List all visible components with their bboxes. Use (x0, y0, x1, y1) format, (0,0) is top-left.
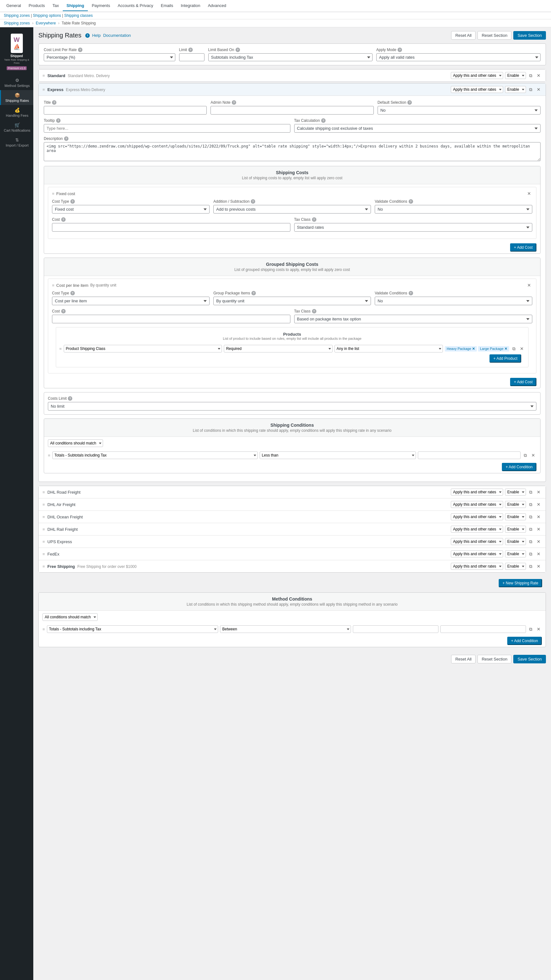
free-shipping-handle[interactable]: ≡ (43, 564, 45, 569)
dhl-air-apply-select[interactable]: Apply this and other rates (451, 501, 503, 508)
fedex-enable-select[interactable]: Enable (505, 550, 526, 557)
tax-class-select[interactable]: Standard rates (294, 223, 533, 232)
free-shipping-apply-select[interactable]: Apply this and other rates (451, 563, 503, 570)
admin-note-input[interactable]: Express Metro Delivery (211, 106, 373, 115)
standard-apply-select[interactable]: Apply this and other rates (451, 72, 503, 79)
subnav-shipping-options[interactable]: Shipping options (33, 13, 61, 18)
breadcrumb-shipping-zones[interactable]: Shipping zones (4, 21, 30, 25)
ups-express-copy[interactable]: ⧉ (528, 538, 534, 545)
dhl-air-copy[interactable]: ⧉ (528, 501, 534, 508)
conditions-match-select[interactable]: All conditions should match (48, 439, 103, 447)
sidebar-item-handling-fees[interactable]: 💰 Handling Fees (0, 105, 33, 120)
nav-advanced[interactable]: Advanced (204, 1, 230, 11)
add-condition-button[interactable]: + Add Condition (502, 463, 537, 471)
limit-based-on-info-icon[interactable]: ? (235, 48, 240, 52)
sidebar-item-shipping-rates[interactable]: 📦 Shipping Rates (0, 90, 33, 105)
subnav-shipping-zones[interactable]: Shipping zones (4, 13, 30, 18)
cond-delete-button[interactable]: ✕ (530, 452, 537, 458)
any-in-list-select[interactable]: Any in the list (335, 345, 443, 352)
standard-drag-handle[interactable]: ≡ (43, 73, 45, 78)
subnav-shipping-classes[interactable]: Shipping classes (64, 13, 92, 18)
costs-limit-select[interactable]: No limit (48, 402, 537, 410)
costs-limit-info[interactable]: ? (68, 396, 72, 401)
tag-heavy-remove[interactable]: ✕ (472, 347, 475, 351)
dhl-ocean-delete[interactable]: ✕ (535, 514, 542, 520)
free-shipping-copy[interactable]: ⧉ (528, 563, 534, 570)
method-cond-handle[interactable]: ≡ (43, 627, 45, 632)
method-cond-val1-input[interactable]: 0 (353, 625, 438, 633)
default-sel-select[interactable]: No (378, 106, 540, 115)
cost-limit-info-icon[interactable]: ? (78, 48, 83, 52)
cond-type-select[interactable]: Totals - Subtotals including Tax (52, 452, 258, 459)
new-shipping-rate-button[interactable]: + New Shipping Rate (499, 579, 542, 587)
fixed-cost-delete[interactable]: ✕ (526, 190, 532, 197)
dhl-road-copy[interactable]: ⧉ (528, 489, 534, 496)
default-sel-info-icon[interactable]: ? (407, 100, 412, 105)
fedex-delete[interactable]: ✕ (535, 551, 542, 557)
dhl-rail-copy[interactable]: ⧉ (528, 526, 534, 533)
nav-integration[interactable]: Integration (177, 1, 204, 11)
help-link[interactable]: Help (92, 33, 101, 38)
cpl-cost-input[interactable]: 2 (52, 315, 291, 323)
reset-section-button[interactable]: Reset Section (478, 31, 511, 40)
apply-mode-info-icon[interactable]: ? (397, 48, 402, 52)
cond-copy-button[interactable]: ⧉ (522, 452, 528, 459)
nav-shipping[interactable]: Shipping (63, 1, 88, 11)
dhl-air-enable-select[interactable]: Enable (505, 501, 526, 508)
footer-save-section[interactable]: Save Section (513, 655, 546, 663)
nav-emails[interactable]: Emails (157, 1, 177, 11)
tax-calc-info-icon[interactable]: ? (321, 118, 326, 123)
tag-large-remove[interactable]: ✕ (504, 347, 507, 351)
express-delete-button[interactable]: ✕ (535, 86, 542, 93)
product-row-handle[interactable]: ≡ (59, 347, 62, 351)
dhl-ocean-handle[interactable]: ≡ (43, 515, 45, 519)
cpl-tax-class-select[interactable]: Based on package items tax option (294, 315, 533, 323)
breadcrumb-everywhere[interactable]: Everywhere (36, 21, 56, 25)
sidebar-item-method-settings[interactable]: ⚙ Method Settings (0, 75, 33, 90)
required-select[interactable]: Required (224, 345, 332, 352)
method-cond-delete[interactable]: ✕ (535, 626, 542, 632)
limit-based-on-select[interactable]: Subtotals including Tax (208, 53, 373, 61)
dhl-ocean-copy[interactable]: ⧉ (528, 514, 534, 520)
fedex-apply-select[interactable]: Apply this and other rates (451, 550, 503, 557)
tooltip-input[interactable] (44, 124, 291, 133)
cond-op-select[interactable]: Less than (260, 452, 416, 459)
ups-express-delete[interactable]: ✕ (535, 538, 542, 545)
nav-tax[interactable]: Tax (49, 1, 63, 11)
dhl-rail-delete[interactable]: ✕ (535, 526, 542, 532)
limit-input[interactable]: 0.00 (179, 53, 205, 61)
nav-payments[interactable]: Payments (88, 1, 114, 11)
description-info-icon[interactable]: ? (64, 137, 68, 141)
cpl-group-pkg-select[interactable]: By quantity unit (213, 297, 371, 305)
cpl-validate-select[interactable]: No (375, 297, 532, 305)
cond-handle[interactable]: ≡ (48, 453, 51, 458)
limit-info-icon[interactable]: ? (188, 48, 193, 52)
cost-per-line-handle[interactable]: ≡ (52, 283, 54, 288)
method-cond-val2-input[interactable]: 0.01 (440, 625, 526, 633)
add-sub-info[interactable]: ? (251, 199, 255, 204)
cpl-cost-type-select[interactable]: Cost per line item (52, 297, 210, 305)
shipping-class-select[interactable]: Product Shipping Class (64, 345, 222, 352)
ups-express-handle[interactable]: ≡ (43, 539, 45, 544)
cpl-group-pkg-info[interactable]: ? (251, 291, 256, 295)
cost-value-info[interactable]: ? (61, 217, 66, 222)
ups-express-apply-select[interactable]: Apply this and other rates (451, 538, 503, 545)
product-row-delete[interactable]: ✕ (519, 345, 525, 352)
express-drag-handle[interactable]: ≡ (43, 87, 45, 92)
tax-class-info[interactable]: ? (312, 217, 316, 222)
express-enable-select[interactable]: Enable (505, 86, 526, 93)
fedex-copy[interactable]: ⧉ (528, 551, 534, 557)
method-cond-op-select[interactable]: Between (220, 625, 351, 633)
method-cond-type-select[interactable]: Totals - Subtotals including Tax (47, 625, 218, 633)
cost-per-line-delete[interactable]: ✕ (526, 282, 532, 288)
cond-value-input[interactable]: 1000 (418, 452, 521, 459)
cost-type-info[interactable]: ? (70, 199, 75, 204)
method-match-select[interactable]: All conditions should match (43, 613, 98, 621)
add-sub-select[interactable]: Add to previous costs (213, 205, 371, 213)
express-copy-button[interactable]: ⧉ (528, 86, 534, 93)
sidebar-item-import-export[interactable]: ⇅ Import / Export (0, 135, 33, 150)
express-apply-select[interactable]: Apply this and other rates (451, 86, 503, 93)
add-method-condition-button[interactable]: + Add Condition (507, 637, 542, 645)
dhl-road-enable-select[interactable]: Enable (505, 488, 526, 496)
footer-reset-all[interactable]: Reset All (451, 655, 476, 663)
